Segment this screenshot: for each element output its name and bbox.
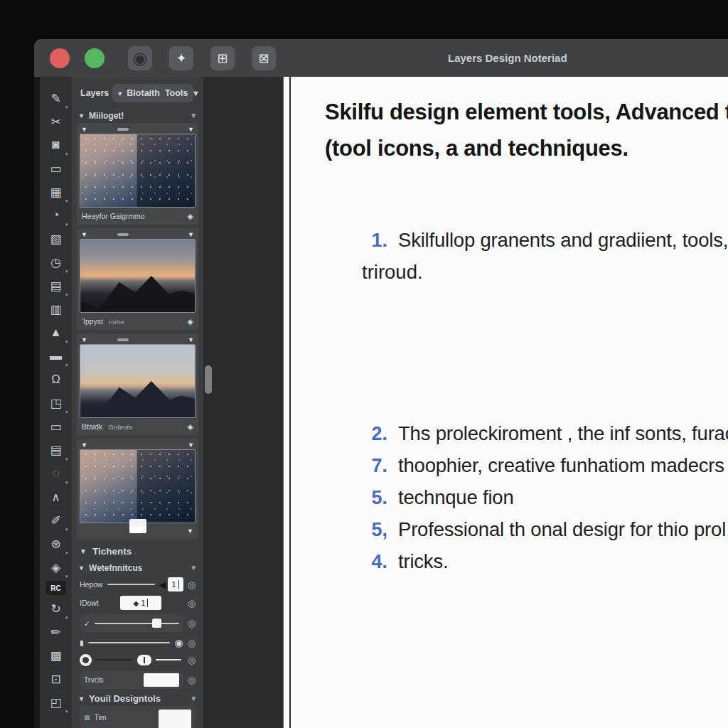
share-toolbar-button[interactable]: ⊠ xyxy=(252,46,276,70)
tab-blotaith[interactable]: Blotaith xyxy=(127,88,160,98)
chevron-down-icon[interactable]: ▾ xyxy=(191,694,196,703)
chevron-solid-icon[interactable]: ▼ xyxy=(81,336,87,343)
chevron-down-icon[interactable]: ▾ xyxy=(191,111,196,120)
target-slider-track[interactable] xyxy=(88,642,171,643)
reset-ring-icon[interactable]: ◎ xyxy=(188,618,196,628)
folder-tool[interactable]: ▭ xyxy=(46,159,67,178)
panel-tool[interactable]: ▭ xyxy=(46,417,67,437)
target-ring-icon[interactable]: ◉ xyxy=(174,637,183,648)
layer-thumbnail-galaxy[interactable] xyxy=(80,134,196,208)
pencil-tool[interactable]: ✏ xyxy=(46,622,67,642)
drag-notch[interactable] xyxy=(117,338,129,341)
layer-card-2[interactable]: ▼ ▼ 'Ippyst rome ◈ xyxy=(77,228,198,330)
chevron-down-icon[interactable]: ▾ xyxy=(191,563,196,572)
panel-scrollbar-thumb[interactable] xyxy=(205,365,212,394)
pill-slider-track-right[interactable] xyxy=(156,659,181,660)
chevron-down-icon: ▾ xyxy=(80,112,83,119)
diamond-badge-icon[interactable]: ◈ xyxy=(188,212,193,221)
reset-ring-icon[interactable]: ◎ xyxy=(188,638,196,648)
hepow-slider-track[interactable] xyxy=(107,584,155,585)
warning-shape-tool[interactable]: ▲ xyxy=(46,323,67,343)
image-tool[interactable]: ▧ xyxy=(46,229,67,249)
close-window-button[interactable] xyxy=(50,48,70,68)
layer-thumbnail-mountain[interactable] xyxy=(80,239,196,313)
layer-card-3[interactable]: ▼ ▼ Btaidk Grdeots ◈ xyxy=(77,333,198,435)
chevron-solid-icon[interactable]: ▼ xyxy=(81,231,87,238)
chevron-solid-icon[interactable]: ▼ xyxy=(81,126,87,133)
section-header-designtols[interactable]: ▾ Youil Designtols ▾ xyxy=(77,692,198,705)
overlap-squares-tool[interactable]: ◰ xyxy=(46,692,67,712)
gem-tool[interactable]: ◈ xyxy=(46,557,67,577)
tabbar-chevron-icon[interactable]: ▾ xyxy=(193,88,200,98)
list-item: 4. tricks. xyxy=(362,550,728,582)
scissors-tool[interactable]: ✂ xyxy=(46,112,67,132)
card-tool[interactable]: ▤ xyxy=(46,440,67,460)
slider-square-handle[interactable] xyxy=(152,619,161,628)
layer-card-4[interactable]: ▼ ▼ ▼ xyxy=(77,439,198,539)
rectangle-tool[interactable]: ▬ xyxy=(46,346,67,366)
frame-toolbar-button[interactable]: ⊞ xyxy=(210,46,235,70)
brush-tool[interactable]: ✐ xyxy=(46,510,67,530)
tab-tools[interactable]: Tools xyxy=(165,88,188,98)
omega-frame-tool[interactable]: Ω xyxy=(46,370,67,390)
document-page[interactable]: Skilfu design element tools, Advanced to… xyxy=(289,77,728,728)
export-image-tool[interactable]: ⊡ xyxy=(46,669,67,689)
camera-tool[interactable]: ◙ xyxy=(46,135,67,155)
pill-slider-handle[interactable] xyxy=(137,655,151,665)
list-item: 1. Skilfullop granents and gradiient, to… xyxy=(362,229,728,261)
gauge-tool[interactable]: ◔ xyxy=(46,205,67,225)
section-header-miiloget[interactable]: ▾ Miiloget! ▾ xyxy=(77,109,198,122)
idowt-value-field[interactable]: ◆ 1 xyxy=(120,596,161,610)
color-swatch[interactable] xyxy=(159,710,191,728)
diamond-badge-icon[interactable]: ◈ xyxy=(188,317,193,326)
section-header-tichents[interactable]: ▼ Tichents xyxy=(77,544,198,558)
keyboard-tool[interactable]: ▦ xyxy=(46,182,67,202)
droplet-toolbar-button[interactable]: ✦ xyxy=(169,46,193,70)
lasso-tool[interactable]: ◌ xyxy=(46,464,67,483)
hepow-value-field[interactable]: 1 xyxy=(168,577,183,592)
reset-ring-icon[interactable]: ◎ xyxy=(188,675,196,685)
lcd-display-tool[interactable]: ▤ xyxy=(46,276,67,296)
mini-bar-icon[interactable]: ▮ xyxy=(80,638,84,647)
image-rotate-tool[interactable]: ◳ xyxy=(46,393,67,413)
clock-tool[interactable]: ◷ xyxy=(46,252,67,272)
drag-notch[interactable] xyxy=(117,233,129,236)
reset-ring-icon[interactable]: ◎ xyxy=(188,655,196,665)
chevron-solid-icon[interactable]: ▼ xyxy=(187,528,193,535)
chevron-solid-icon[interactable]: ▼ xyxy=(188,441,194,449)
tab-layers[interactable]: Layers xyxy=(77,88,112,98)
label-field-tool[interactable]: ▥ xyxy=(46,299,67,319)
diamond-marker-icon: ◆ xyxy=(133,599,139,607)
chevron-solid-icon[interactable]: ▼ xyxy=(188,126,194,133)
layer-thumbnail-galaxy[interactable] xyxy=(80,449,196,523)
aperture-toolbar-button[interactable]: ◉ xyxy=(128,46,152,70)
check-slider-track[interactable] xyxy=(95,623,179,624)
layer-thumbnail-mountain-light[interactable] xyxy=(80,344,196,418)
layer-card-1[interactable]: ▼ ▼ Heayfor Gaigrmmo ◈ xyxy=(77,123,198,225)
reset-ring-icon[interactable]: ◎ xyxy=(188,598,196,609)
chevron-solid-icon[interactable]: ▼ xyxy=(188,231,194,238)
list-item-text: Skilfullop granents and gradiient, tools… xyxy=(398,229,728,252)
grid-pattern-tool[interactable]: ▩ xyxy=(46,646,67,665)
reset-ring-icon[interactable]: ◎ xyxy=(188,579,196,590)
big-ring-handle[interactable] xyxy=(80,654,92,666)
tab-segment-control[interactable]: ▾ Blotaith Tools xyxy=(112,84,193,102)
caret-cursor-tool[interactable]: ∧ xyxy=(46,487,67,507)
section-header-wetefnnitcus[interactable]: ▾ Wetefnnitcus ▾ xyxy=(77,562,198,574)
pen-tool[interactable]: ✎ xyxy=(46,88,67,108)
check-icon[interactable]: ✓ xyxy=(84,619,90,628)
diamond-badge-icon[interactable]: ◈ xyxy=(188,422,193,432)
slider-pin-icon[interactable]: ◀ xyxy=(159,579,166,590)
list-item-continuation: triroud. xyxy=(362,261,728,293)
list-item-text: technque fion xyxy=(398,486,514,509)
chevron-solid-icon[interactable]: ▼ xyxy=(81,441,87,449)
paint-sphere-tool[interactable]: ⊛ xyxy=(46,534,67,554)
pill-slider-track-left[interactable] xyxy=(96,659,133,660)
rc-badge-tool[interactable]: RC xyxy=(46,581,66,595)
color-swatch[interactable] xyxy=(144,673,179,687)
drag-notch[interactable] xyxy=(117,128,129,131)
chevron-solid-icon[interactable]: ▼ xyxy=(188,336,194,343)
page-thumbnail-icon[interactable] xyxy=(129,519,146,533)
zoom-window-button[interactable] xyxy=(85,48,105,68)
sync-tool[interactable]: ↻ xyxy=(46,599,67,619)
